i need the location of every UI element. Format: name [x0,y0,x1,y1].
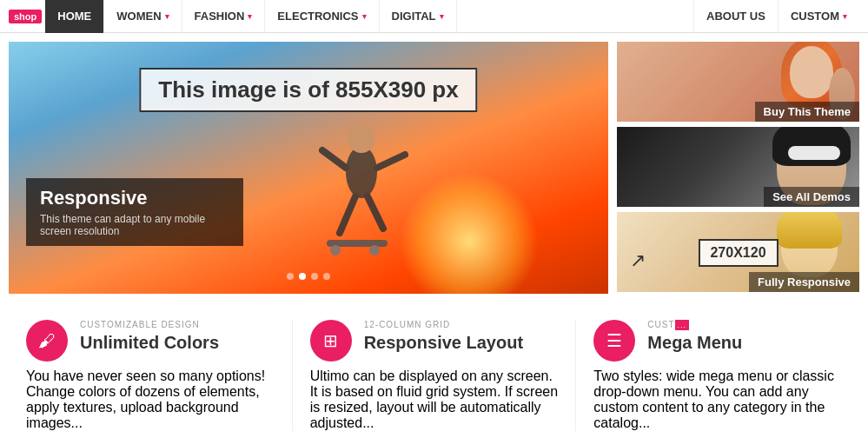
menu-icon: ☰ [593,320,635,362]
chevron-down-icon: ▾ [362,12,367,21]
svg-line-3 [377,155,405,168]
svg-point-1 [348,125,375,153]
features-row: 🖌 CUSTOMIZABLE DESIGN Unlimited Colors Y… [0,302,868,438]
panel-responsive-label: Fully Responsive [749,272,859,292]
hero-slide-title: Responsive [40,187,229,209]
svg-point-7 [330,245,341,256]
svg-line-5 [368,196,383,229]
feature-menu-text: CUST... Mega Menu [647,320,742,358]
hero-dot-3[interactable] [311,273,318,280]
feature-menu-wrap: ☰ CUST... Mega Menu [593,320,842,362]
panel-responsive[interactable]: Fully Responsive 270X120 ↗ [617,212,859,294]
nav-item-fashion[interactable]: FASHION ▾ [182,0,266,33]
logo[interactable]: shop [9,10,42,23]
skater-figure [305,111,418,268]
panel-buy-label: Buy This Theme [755,102,859,122]
feature-colors: 🖌 CUSTOMIZABLE DESIGN Unlimited Colors Y… [9,320,293,431]
grid-icon: ⊞ [310,320,352,362]
nav-item-about[interactable]: ABOUT US [693,0,778,33]
feature-colors-text: CUSTOMIZABLE DESIGN Unlimited Colors [80,320,219,358]
chevron-down-icon: ▾ [440,12,444,21]
svg-point-0 [346,146,377,198]
sidebar-panels: Buy This Theme See All Demos Fully [617,42,859,294]
chevron-down-icon: ▾ [843,12,847,21]
feature-colors-wrap: 🖌 CUSTOMIZABLE DESIGN Unlimited Colors [26,320,275,362]
hero-slider[interactable]: This image is of 855X390 px Responsive T… [9,42,608,294]
hero-dots [287,273,330,280]
main-content: This image is of 855X390 px Responsive T… [0,33,868,302]
feature-menu-category: CUST... [647,320,742,329]
feature-menu: ☰ CUST... Mega Menu Two styles: wide meg… [576,320,859,431]
panel-size-label: 270X120 [698,239,778,267]
hero-image-label: This image is of 855X390 px [139,68,477,112]
nav-right: ABOUT US CUSTOM ▾ [693,0,859,33]
feature-layout-desc: Ultimo can be displayed on any screen. I… [310,368,559,431]
svg-line-2 [322,150,346,168]
feature-layout: ⊞ 12-COLUMN GRID Responsive Layout Ultim… [293,320,577,431]
panel-see-demos[interactable]: See All Demos [617,127,859,209]
nav-item-digital[interactable]: DIGITAL ▾ [380,0,457,33]
panel-demos-label: See All Demos [764,187,859,207]
hero-text-box: Responsive This theme can adapt to any m… [26,178,243,246]
hero-dot-1[interactable] [287,273,294,280]
hero-slide-subtitle: This theme can adapt to any mobile scree… [40,213,229,237]
feature-layout-wrap: ⊞ 12-COLUMN GRID Responsive Layout [310,320,559,362]
hero-dot-4[interactable] [323,273,330,280]
feature-colors-title: Unlimited Colors [80,333,219,353]
nav-item-home[interactable]: HOME [45,0,104,33]
svg-line-4 [340,196,355,233]
navigation: shop HOME WOMEN ▾ FASHION ▾ ELECTRONICS … [0,0,868,33]
feature-colors-desc: You have never seen so many options! Cha… [26,368,275,431]
feature-layout-title: Responsive Layout [364,333,523,353]
feature-layout-text: 12-COLUMN GRID Responsive Layout [364,320,523,358]
panel-buy-theme[interactable]: Buy This Theme [617,42,859,123]
arrow-icon: ↗ [630,249,646,272]
hero-dot-2[interactable] [299,273,306,280]
chevron-down-icon: ▾ [248,12,252,21]
chevron-down-icon: ▾ [165,12,169,21]
paint-brush-icon: 🖌 [26,320,68,362]
svg-point-8 [369,245,380,256]
feature-menu-desc: Two styles: wide mega menu or classic dr… [593,368,842,431]
feature-colors-category: CUSTOMIZABLE DESIGN [80,320,219,329]
nav-item-custom[interactable]: CUSTOM ▾ [778,0,859,33]
nav-item-electronics[interactable]: ELECTRONICS ▾ [265,0,379,33]
apply-textures-link[interactable]: apply textures [26,400,113,415]
feature-menu-title: Mega Menu [647,333,742,353]
nav-items: HOME WOMEN ▾ FASHION ▾ ELECTRONICS ▾ DIG… [45,0,693,33]
feature-layout-category: 12-COLUMN GRID [364,320,523,329]
nav-item-women[interactable]: WOMEN ▾ [104,0,182,33]
